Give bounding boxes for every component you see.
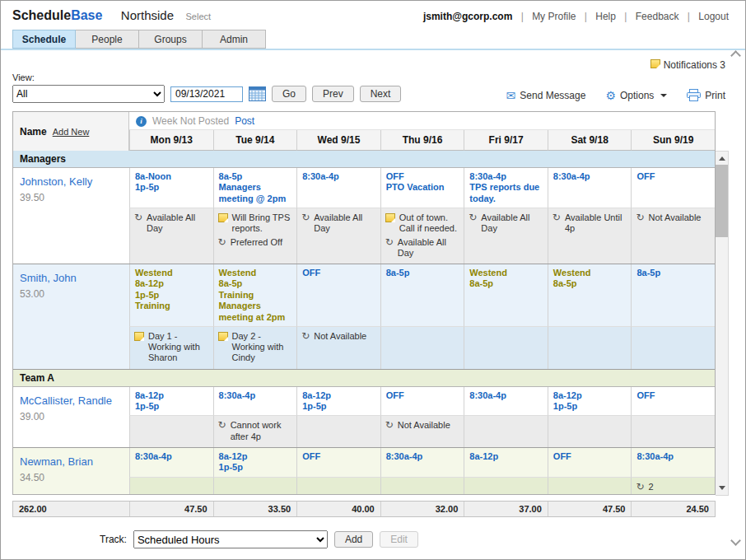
go-button[interactable]: Go (272, 86, 306, 102)
notes-cell[interactable]: ↻Cannot work after 4p (213, 416, 297, 446)
shift-cell[interactable]: 8:30a-4p (296, 168, 380, 208)
notes-cell[interactable] (548, 327, 632, 369)
notes-cell[interactable]: ↻Not Available (380, 416, 464, 446)
triangle-up-icon (719, 153, 725, 161)
shift-cell[interactable]: 8a-Noon 1p-5p (129, 168, 213, 208)
employee-name-link[interactable]: Johnston, Kelly (20, 175, 92, 188)
employee-name-link[interactable]: Smith, John (20, 272, 77, 284)
tab-schedule[interactable]: Schedule (12, 30, 76, 49)
tab-people[interactable]: People (76, 30, 139, 49)
availability-note: ↻Preferred Off (218, 237, 293, 248)
shift-cell[interactable]: Westend 8a-5p (464, 264, 548, 327)
schedulebase-app: ScheduleBase Northside Select jsmith@gco… (0, 0, 746, 560)
info-icon: i (136, 116, 147, 127)
scrollbar-track[interactable] (716, 237, 728, 482)
notes-cell[interactable]: ↻Available All Day (129, 208, 213, 264)
notes-cell[interactable]: Will Bring TPS reports. ↻Preferred Off (213, 208, 297, 264)
notes-cell[interactable] (464, 416, 548, 446)
shift-cell[interactable]: 8a-12p 1p-5p (548, 387, 632, 417)
track-select[interactable]: Scheduled Hours (133, 530, 328, 548)
table-scrollbar[interactable] (716, 151, 729, 496)
shift-cell[interactable]: 8:30a-4p (548, 168, 632, 208)
notes-cell[interactable]: ↻2 (631, 478, 715, 494)
notes-cell[interactable] (464, 327, 548, 369)
shift-cell[interactable]: 8:30a-4p (213, 387, 297, 417)
shift-cell[interactable]: OFF (380, 387, 464, 417)
shift-cell[interactable]: OFF (296, 264, 380, 327)
notes-cell[interactable]: ↻Available All Day (296, 208, 380, 264)
shift-cell[interactable]: OFF (631, 387, 715, 417)
options-dropdown[interactable]: ⚙ Options (605, 90, 667, 101)
select-location-link[interactable]: Select (186, 12, 212, 21)
notes-cell[interactable] (296, 416, 380, 446)
notes-cell[interactable]: ↻Available Until 4p (548, 208, 632, 264)
tab-admin[interactable]: Admin (203, 30, 266, 49)
shift-cell[interactable]: OFF (296, 448, 380, 478)
edit-button[interactable]: Edit (380, 531, 418, 548)
notes-cell[interactable]: Day 2 - Working with Cindy (213, 327, 297, 369)
notes-cell[interactable] (380, 327, 464, 369)
shift-cell[interactable]: 8:30a-4p (464, 387, 548, 417)
shift-cell[interactable]: 8:30a-4p (380, 448, 464, 478)
shift-cell[interactable]: OFF (631, 168, 715, 208)
notifications-link[interactable]: Notifications 3 (650, 59, 725, 71)
action-links: ✉ Send Message ⚙ Options Print (506, 89, 725, 101)
next-button[interactable]: Next (360, 86, 402, 102)
feedback-link[interactable]: Feedback (636, 11, 679, 22)
notes-cell[interactable]: Out of town. Call if needed. ↻Available … (380, 208, 464, 264)
logout-link[interactable]: Logout (698, 11, 729, 22)
shift-cell[interactable]: 8:30a-4p (631, 448, 715, 478)
shift-cell[interactable]: 8a-12p 1p-5p (213, 448, 297, 478)
notes-cell[interactable] (631, 327, 715, 369)
calendar-icon[interactable] (249, 86, 266, 101)
employee-name-link[interactable]: Newman, Brian (20, 455, 93, 468)
scroll-up-button[interactable] (716, 152, 728, 165)
shift-cell[interactable]: 8a-12p 1p-5p (296, 387, 380, 417)
shift-cell[interactable]: 8a-5p (380, 264, 464, 327)
notes-cell[interactable] (548, 478, 632, 494)
notes-cell[interactable] (296, 478, 380, 494)
total-tue: 33.50 (213, 502, 297, 516)
day-header-sat: Sat 9/18 (548, 130, 632, 151)
shift-cell[interactable]: 8a-5p Managers meeting @ 2pm (213, 168, 297, 208)
notes-cell[interactable] (129, 416, 213, 446)
shift-cell[interactable]: Westend 8a-12p 1p-5p Training (129, 264, 213, 327)
add-new-link[interactable]: Add New (53, 127, 90, 137)
schedule-rows: Managers Johnston, Kelly 39.50 8a-Noon 1… (13, 151, 715, 494)
send-message-button[interactable]: ✉ Send Message (506, 90, 586, 101)
shift-cell[interactable]: 8:30a-4p (129, 448, 213, 478)
notes-cell[interactable]: ↻Not Available (631, 208, 715, 264)
shift-cell[interactable]: Westend 8a-5p (548, 264, 632, 327)
help-link[interactable]: Help (595, 11, 616, 22)
notes-cell[interactable] (464, 478, 548, 494)
shift-cell[interactable]: OFF PTO Vacation (380, 168, 464, 208)
note-text: Available Until 4p (565, 212, 627, 234)
shift-cell[interactable]: OFF (548, 448, 632, 478)
scroll-down-button[interactable] (716, 482, 728, 495)
notes-cell[interactable] (380, 478, 464, 494)
shift-cell[interactable]: Westend 8a-5p Training Managers meeting … (213, 264, 297, 327)
view-select[interactable]: All (12, 85, 165, 103)
notes-cell[interactable]: ↻Available All Day (464, 208, 548, 264)
shift-cell[interactable]: 8a-12p 1p-5p (129, 387, 213, 417)
notes-cell[interactable]: ↻Not Available (296, 327, 380, 369)
employee-name-link[interactable]: McCallister, Randle (20, 394, 112, 407)
sticky-note: Out of town. Call if needed. (385, 212, 460, 234)
notes-cell[interactable] (213, 478, 297, 494)
scrollbar-thumb[interactable] (716, 165, 728, 237)
add-button[interactable]: Add (334, 531, 373, 548)
notes-cell[interactable]: Day 1 - Working with Sharon (129, 327, 213, 369)
shift-cell[interactable]: 8a-5p (631, 264, 715, 327)
post-link[interactable]: Post (235, 115, 254, 127)
print-button[interactable]: Print (687, 89, 725, 101)
tab-groups[interactable]: Groups (139, 30, 203, 49)
shift-cell[interactable]: 8:30a-4p TPS reports due today. (464, 168, 548, 208)
notes-cell[interactable] (548, 416, 632, 446)
total-thu: 32.00 (380, 502, 464, 516)
prev-button[interactable]: Prev (312, 86, 354, 102)
notes-cell[interactable] (129, 478, 213, 494)
notes-cell[interactable] (631, 416, 715, 446)
shift-cell[interactable]: 8a-12p (464, 448, 548, 478)
my-profile-link[interactable]: My Profile (532, 11, 576, 22)
date-input[interactable] (170, 86, 243, 102)
